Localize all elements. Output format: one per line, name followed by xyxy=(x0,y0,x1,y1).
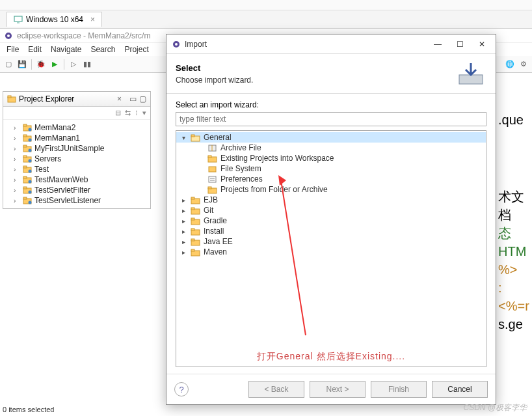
menu-icon[interactable]: ▾ xyxy=(142,109,146,117)
tree-item[interactable]: File System xyxy=(176,163,486,174)
status-bar: 0 items selected xyxy=(0,404,57,416)
project-item[interactable]: ›Servers xyxy=(5,154,149,164)
svg-rect-48 xyxy=(191,208,194,210)
folder-icon xyxy=(191,227,201,236)
project-explorer-tab[interactable]: Project Explorer × ▭ ▢ xyxy=(3,92,150,107)
svg-rect-39 xyxy=(209,167,216,172)
svg-rect-40 xyxy=(209,176,216,182)
run2-icon[interactable]: ▷ xyxy=(68,59,79,70)
tree-item[interactable]: ▸Maven xyxy=(176,247,486,257)
dialog-titlebar[interactable]: Import — ☐ ✕ xyxy=(166,35,496,54)
perspective2-icon[interactable]: ⚙ xyxy=(518,59,529,70)
project-item[interactable]: ›TestServletFilter xyxy=(5,185,149,195)
preferences-icon xyxy=(207,175,218,184)
close-icon[interactable]: × xyxy=(90,15,95,24)
svg-rect-22 xyxy=(23,176,27,178)
back-button[interactable]: < Back xyxy=(248,381,304,398)
project-label: TestServletListener xyxy=(34,196,101,205)
chevron-right-icon: ▸ xyxy=(179,238,188,245)
code-line: s.ge xyxy=(498,315,532,333)
vm-tab[interactable]: Windows 10 x64 × xyxy=(7,12,102,27)
help-button[interactable]: ? xyxy=(174,382,189,396)
next-button[interactable]: Next > xyxy=(310,381,366,398)
folder-icon xyxy=(207,154,218,163)
debug-icon[interactable]: 🐞 xyxy=(35,59,47,70)
archive-icon xyxy=(207,144,218,152)
chevron-right-icon: › xyxy=(14,197,20,204)
tree-item[interactable]: ▸Install xyxy=(176,226,486,236)
project-icon xyxy=(23,124,32,132)
host-toolbar xyxy=(0,0,532,10)
svg-point-23 xyxy=(29,180,32,184)
tree-item[interactable]: ▸Java EE xyxy=(176,236,486,247)
tree-item[interactable]: Archive File xyxy=(176,143,486,153)
project-item[interactable]: ›MyFirstJUnitSample xyxy=(5,143,149,154)
project-item[interactable]: ›Test xyxy=(5,164,149,174)
svg-rect-56 xyxy=(191,249,194,251)
annotation-text: 打开General 然后选择Existing.... xyxy=(176,351,486,363)
tree-label: EJB xyxy=(204,195,218,204)
project-tree[interactable]: ›MemMana2›MemManan1›MyFirstJUnitSample›S… xyxy=(3,120,150,208)
maximize-button[interactable]: ☐ xyxy=(449,36,471,52)
minimize-button[interactable]: — xyxy=(427,36,449,52)
filter-icon[interactable]: ⫶ xyxy=(135,109,139,117)
tree-item[interactable]: Projects from Folder or Archive xyxy=(176,184,486,195)
code-line: :<%=r xyxy=(498,279,532,315)
chevron-right-icon: ▸ xyxy=(179,249,188,256)
tree-label: Gradle xyxy=(204,216,227,225)
folder-icon xyxy=(191,217,201,225)
chevron-right-icon: › xyxy=(14,176,20,184)
filter-input[interactable] xyxy=(176,112,486,126)
tree-item[interactable]: Preferences xyxy=(176,174,486,184)
tree-item[interactable]: Existing Projects into Workspace xyxy=(176,153,486,163)
stop-icon[interactable]: ▮▮ xyxy=(81,59,93,70)
menu-project[interactable]: Project xyxy=(120,44,152,55)
project-label: Test xyxy=(34,165,49,174)
menu-file[interactable]: File xyxy=(3,44,23,55)
svg-point-8 xyxy=(29,128,32,132)
minimize-icon[interactable]: ▭ xyxy=(129,94,137,104)
svg-point-29 xyxy=(29,201,32,204)
tree-item[interactable]: ▸EJB xyxy=(176,195,486,205)
tree-label: General xyxy=(204,133,232,142)
project-item[interactable]: ›MemManan1 xyxy=(5,133,149,143)
save-icon[interactable]: 💾 xyxy=(16,59,28,70)
maximize-icon[interactable]: ▢ xyxy=(139,94,146,104)
menu-navigate[interactable]: Navigate xyxy=(47,44,85,55)
svg-rect-28 xyxy=(23,197,27,199)
project-explorer-tools: ⊟ ⇆ ⫶ ▾ xyxy=(3,107,150,120)
run-icon[interactable]: ▶ xyxy=(49,59,60,70)
project-icon xyxy=(23,165,32,173)
perspective-icon[interactable]: 🌐 xyxy=(504,59,516,70)
dialog-subheading: Choose import wizard. xyxy=(176,76,455,85)
tree-item[interactable]: ▸Gradle xyxy=(176,215,486,226)
finish-button[interactable]: Finish xyxy=(371,381,427,398)
svg-rect-50 xyxy=(191,218,194,220)
chevron-right-icon: ▸ xyxy=(179,197,188,204)
wizard-tree[interactable]: ▾GeneralArchive FileExisting Projects in… xyxy=(176,130,486,367)
chevron-right-icon: › xyxy=(14,187,20,194)
project-explorer-icon xyxy=(7,95,16,103)
menu-search[interactable]: Search xyxy=(86,44,119,55)
eclipse-icon xyxy=(4,31,13,40)
project-item[interactable]: ›TestServletListener xyxy=(5,195,149,206)
link-icon[interactable]: ⇆ xyxy=(125,109,131,117)
cancel-button[interactable]: Cancel xyxy=(432,381,488,398)
close-icon[interactable]: × xyxy=(117,94,122,104)
project-item[interactable]: ›MemMana2 xyxy=(5,122,149,133)
svg-rect-7 xyxy=(23,124,27,126)
project-item[interactable]: ›TestMavenWeb xyxy=(5,174,149,185)
new-icon[interactable]: ▢ xyxy=(3,59,14,70)
tree-label: Git xyxy=(204,206,213,215)
tree-item[interactable]: ▸Git xyxy=(176,205,486,215)
svg-rect-34 xyxy=(191,135,194,137)
chevron-right-icon: ▸ xyxy=(179,217,188,225)
close-button[interactable]: ✕ xyxy=(471,36,493,52)
collapse-icon[interactable]: ⊟ xyxy=(115,109,121,117)
svg-rect-5 xyxy=(8,96,11,98)
tree-label: Java EE xyxy=(204,237,233,246)
folder-icon xyxy=(207,186,218,194)
menu-edit[interactable]: Edit xyxy=(24,44,46,55)
tree-item[interactable]: ▾General xyxy=(176,132,486,143)
folder-icon xyxy=(191,248,201,257)
